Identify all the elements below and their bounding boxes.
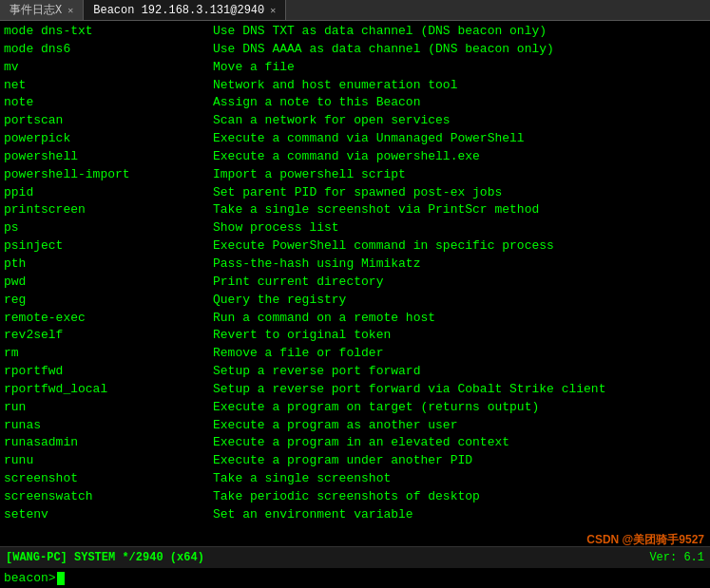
cmd-name: rportfwd [4, 363, 213, 381]
cmd-desc: Run a command on a remote host [213, 310, 706, 328]
cmd-row: portscanScan a network for open services [4, 112, 706, 130]
tab-beacon-label: Beacon 192.168.3.131@2940 [93, 4, 264, 17]
cmd-desc: Take a single screenshot via PrintScr me… [213, 201, 706, 219]
cmd-row: powerpickExecute a command via Unmanaged… [4, 130, 706, 148]
status-left: [WANG-PC] SYSTEM */2940 (x64) [6, 551, 204, 564]
cmd-desc: Print current directory [213, 274, 706, 292]
cmd-desc: Show process list [213, 219, 706, 237]
cmd-row: pwdPrint current directory [4, 274, 706, 292]
cmd-row: powershell-importImport a powershell scr… [4, 166, 706, 184]
cmd-desc: Setup a reverse port forward [213, 363, 706, 381]
cmd-row: mode dns-txtUse DNS TXT as data channel … [4, 23, 706, 41]
cmd-row: remote-execRun a command on a remote hos… [4, 310, 706, 328]
cmd-desc: Setup a reverse port forward via Cobalt … [213, 381, 706, 399]
cmd-desc: Network and host enumeration tool [213, 77, 706, 95]
cmd-row: netNetwork and host enumeration tool [4, 77, 706, 95]
cmd-name: remote-exec [4, 310, 213, 328]
cmd-name: rev2self [4, 327, 213, 345]
cmd-row: mode dns6Use DNS AAAA as data channel (D… [4, 41, 706, 59]
cmd-row: rmRemove a file or folder [4, 345, 706, 363]
cmd-desc: Move a file [213, 59, 706, 77]
tab-event-log-close[interactable]: ✕ [67, 5, 73, 16]
tab-event-log[interactable]: 事件日志X ✕ [0, 0, 84, 20]
cmd-row: powershellExecute a command via powershe… [4, 148, 706, 166]
cmd-row: runuExecute a program under another PID [4, 452, 706, 470]
cmd-name: run [4, 399, 213, 417]
tab-beacon-close[interactable]: ✕ [270, 5, 276, 16]
cmd-name: runasadmin [4, 434, 213, 452]
prompt-cursor [57, 572, 65, 585]
cmd-row: setenvSet an environment variable [4, 506, 706, 524]
cmd-name: screenswatch [4, 488, 213, 506]
cmd-name: mv [4, 59, 213, 77]
cmd-name: net [4, 77, 213, 95]
cmd-desc: Execute a command via Unmanaged PowerShe… [213, 130, 706, 148]
cmd-name: runas [4, 417, 213, 435]
cmd-row: screenswatchTake periodic screenshots of… [4, 488, 706, 506]
cmd-desc: Set parent PID for spawned post-ex jobs [213, 184, 706, 202]
prompt-text: beacon> [4, 571, 56, 585]
cmd-row: runasadminExecute a program in an elevat… [4, 434, 706, 452]
cmd-name: rportfwd_local [4, 381, 213, 399]
cmd-desc: Execute a command via powershell.exe [213, 148, 706, 166]
cmd-name: powerpick [4, 130, 213, 148]
status-bar: [WANG-PC] SYSTEM */2940 (x64) Ver: 6.1 [0, 546, 710, 567]
cmd-desc: Execute PowerShell command in specific p… [213, 237, 706, 256]
cmd-desc: Remove a file or folder [213, 345, 706, 363]
cmd-row: psShow process list [4, 219, 706, 237]
cmd-name: pwd [4, 274, 213, 292]
cmd-name: portscan [4, 112, 213, 130]
cmd-row: ppidSet parent PID for spawned post-ex j… [4, 184, 706, 202]
cmd-desc: Take periodic screenshots of desktop [213, 488, 706, 506]
cmd-row: rportfwdSetup a reverse port forward [4, 363, 706, 381]
cmd-name: note [4, 94, 213, 112]
main-content: mode dns-txtUse DNS TXT as data channel … [0, 21, 710, 588]
cmd-desc: Execute a program under another PID [213, 452, 706, 470]
cmd-name: reg [4, 292, 213, 310]
cmd-row: runExecute a program on target (returns … [4, 399, 706, 417]
cmd-name: screenshot [4, 470, 213, 488]
cmd-desc: Take a single screenshot [213, 470, 706, 488]
cmd-name: pth [4, 256, 213, 274]
cmd-row: rportfwd_localSetup a reverse port forwa… [4, 381, 706, 399]
cmd-name: mode dns-txt [4, 23, 213, 41]
cmd-desc: Use DNS TXT as data channel (DNS beacon … [213, 23, 706, 41]
cmd-row: noteAssign a note to this Beacon [4, 94, 706, 112]
status-right: Ver: 6.1 [649, 551, 704, 564]
cmd-name: powershell [4, 148, 213, 166]
cmd-name: runu [4, 452, 213, 470]
cmd-desc: Execute a program as another user [213, 417, 706, 435]
cmd-name: printscreen [4, 201, 213, 219]
watermark: CSDN @美团骑手9527 [586, 532, 704, 548]
cmd-name: ps [4, 219, 213, 237]
cmd-name: psinject [4, 237, 213, 256]
cmd-row: printscreenTake a single screenshot via … [4, 201, 706, 219]
prompt-bar[interactable]: beacon> [0, 567, 710, 588]
cmd-desc: Pass-the-hash using Mimikatz [213, 256, 706, 274]
cmd-desc: Execute a program in an elevated context [213, 434, 706, 452]
terminal-output[interactable]: mode dns-txtUse DNS TXT as data channel … [0, 21, 710, 546]
cmd-row: pthPass-the-hash using Mimikatz [4, 256, 706, 274]
cmd-row: mvMove a file [4, 59, 706, 77]
cmd-desc: Scan a network for open services [213, 112, 706, 130]
cmd-row: rev2selfRevert to original token [4, 327, 706, 345]
cmd-desc: Execute a program on target (returns out… [213, 399, 706, 417]
cmd-name: setenv [4, 506, 213, 524]
cmd-row: psinjectExecute PowerShell command in sp… [4, 237, 706, 256]
cmd-desc: Revert to original token [213, 327, 706, 345]
tab-bar: 事件日志X ✕ Beacon 192.168.3.131@2940 ✕ [0, 0, 710, 21]
cmd-desc: Set an environment variable [213, 506, 706, 524]
cmd-desc: Query the registry [213, 292, 706, 310]
cmd-name: ppid [4, 184, 213, 202]
cmd-desc: Import a powershell script [213, 166, 706, 184]
cmd-name: rm [4, 345, 213, 363]
cmd-desc: Use DNS AAAA as data channel (DNS beacon… [213, 41, 706, 59]
cmd-row: regQuery the registry [4, 292, 706, 310]
cmd-desc: Assign a note to this Beacon [213, 94, 706, 112]
cmd-name: powershell-import [4, 166, 213, 184]
cmd-row: runasExecute a program as another user [4, 417, 706, 435]
cmd-name: mode dns6 [4, 41, 213, 59]
tab-beacon[interactable]: Beacon 192.168.3.131@2940 ✕ [84, 0, 286, 20]
cmd-row: screenshotTake a single screenshot [4, 470, 706, 488]
tab-event-log-label: 事件日志X [10, 2, 62, 18]
